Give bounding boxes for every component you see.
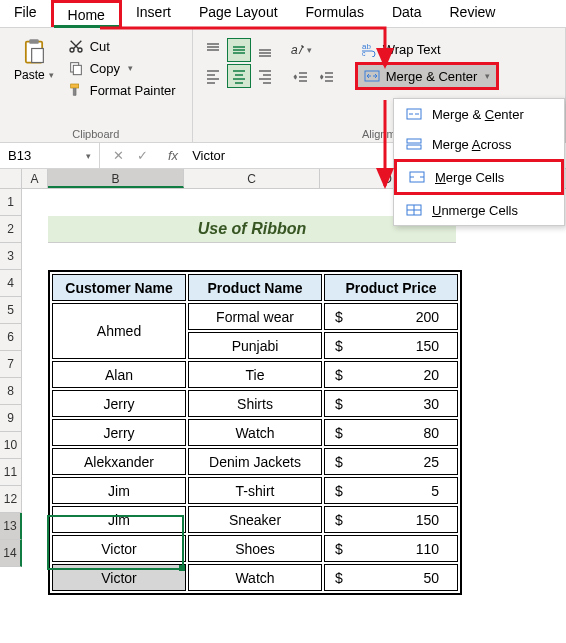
cancel-formula-button[interactable]: ✕ bbox=[106, 148, 130, 163]
cell-product[interactable]: Formal wear bbox=[188, 303, 322, 330]
row-header-10[interactable]: 10 bbox=[0, 432, 22, 459]
cell-price[interactable]: $80 bbox=[324, 419, 458, 446]
cell-customer[interactable]: Jim bbox=[52, 477, 186, 504]
col-header-b[interactable]: B bbox=[48, 169, 184, 188]
merge-center-button[interactable]: Merge & Center ▾ bbox=[355, 62, 500, 90]
cell-product[interactable]: Sneaker bbox=[188, 506, 322, 533]
row-header-8[interactable]: 8 bbox=[0, 378, 22, 405]
align-right-button[interactable] bbox=[253, 64, 277, 88]
table-row[interactable]: JimSneaker$150 bbox=[52, 506, 458, 533]
cell-customer[interactable]: Jerry bbox=[52, 390, 186, 417]
format-painter-label: Format Painter bbox=[90, 83, 176, 98]
cell-price[interactable]: $20 bbox=[324, 361, 458, 388]
row-header-11[interactable]: 11 bbox=[0, 459, 22, 486]
menu-review[interactable]: Review bbox=[436, 0, 510, 27]
cell-customer[interactable]: Victor bbox=[52, 535, 186, 562]
row-header-12[interactable]: 12 bbox=[0, 486, 22, 513]
merge-cells-item[interactable]: Merge Cells bbox=[394, 159, 564, 195]
copy-icon bbox=[68, 60, 84, 76]
row-header-3[interactable]: 3 bbox=[0, 243, 22, 270]
cell-product[interactable]: Watch bbox=[188, 564, 322, 591]
cell-product[interactable]: Denim Jackets bbox=[188, 448, 322, 475]
format-painter-button[interactable]: Format Painter bbox=[64, 80, 180, 100]
cell-price[interactable]: $30 bbox=[324, 390, 458, 417]
cell-customer[interactable]: Jim bbox=[52, 506, 186, 533]
orientation-button[interactable]: a▾ bbox=[289, 38, 313, 62]
cell-product[interactable]: Watch bbox=[188, 419, 322, 446]
align-bottom-button[interactable] bbox=[253, 38, 277, 62]
cell-product[interactable]: Tie bbox=[188, 361, 322, 388]
cut-button[interactable]: Cut bbox=[64, 36, 180, 56]
align-center-button[interactable] bbox=[227, 64, 251, 88]
paste-button[interactable]: Paste▾ bbox=[8, 32, 60, 104]
chevron-down-icon[interactable]: ▾ bbox=[86, 151, 91, 161]
table-row[interactable]: VictorShoes$110 bbox=[52, 535, 458, 562]
table-row[interactable]: JerryShirts$30 bbox=[52, 390, 458, 417]
cell-price[interactable]: $150 bbox=[324, 332, 458, 359]
header-customer[interactable]: Customer Name bbox=[52, 274, 186, 301]
chevron-down-icon[interactable]: ▾ bbox=[485, 71, 490, 81]
cell-price[interactable]: $200 bbox=[324, 303, 458, 330]
menu-insert[interactable]: Insert bbox=[122, 0, 185, 27]
unmerge-cells-label: Unmerge Cells bbox=[432, 203, 518, 218]
name-box[interactable]: B13 ▾ bbox=[0, 143, 100, 168]
wrap-text-button[interactable]: abc Wrap Text bbox=[355, 38, 500, 60]
cell-price[interactable]: $50 bbox=[324, 564, 458, 591]
chevron-down-icon[interactable]: ▾ bbox=[49, 70, 54, 80]
row-header-4[interactable]: 4 bbox=[0, 270, 22, 297]
align-top-button[interactable] bbox=[201, 38, 225, 62]
row-header-1[interactable]: 1 bbox=[0, 189, 22, 216]
cell-customer[interactable]: Ahmed bbox=[52, 303, 186, 359]
cell-product[interactable]: Shirts bbox=[188, 390, 322, 417]
row-header-2[interactable]: 2 bbox=[0, 216, 22, 243]
cell-price[interactable]: $25 bbox=[324, 448, 458, 475]
cells-area[interactable]: Use of Ribbon Customer Name Product Name… bbox=[22, 189, 566, 567]
svg-text:c: c bbox=[362, 50, 366, 57]
menu-formulas[interactable]: Formulas bbox=[292, 0, 378, 27]
row-header-7[interactable]: 7 bbox=[0, 351, 22, 378]
merge-across-item[interactable]: Merge Across bbox=[394, 129, 564, 159]
cell-price[interactable]: $5 bbox=[324, 477, 458, 504]
svg-text:a: a bbox=[291, 43, 298, 57]
table-row[interactable]: JimT-shirt$5 bbox=[52, 477, 458, 504]
table-row[interactable]: VictorWatch$50 bbox=[52, 564, 458, 591]
cell-price[interactable]: $150 bbox=[324, 506, 458, 533]
header-product[interactable]: Product Name bbox=[188, 274, 322, 301]
cell-product[interactable]: T-shirt bbox=[188, 477, 322, 504]
row-header-5[interactable]: 5 bbox=[0, 297, 22, 324]
col-header-a[interactable]: A bbox=[22, 169, 48, 188]
align-middle-button[interactable] bbox=[227, 38, 251, 62]
decrease-indent-button[interactable] bbox=[289, 66, 313, 90]
cell-price[interactable]: $110 bbox=[324, 535, 458, 562]
row-header-6[interactable]: 6 bbox=[0, 324, 22, 351]
increase-indent-button[interactable] bbox=[315, 66, 339, 90]
header-price[interactable]: Product Price bbox=[324, 274, 458, 301]
cell-customer[interactable]: Alekxander bbox=[52, 448, 186, 475]
cell-customer[interactable]: Alan bbox=[52, 361, 186, 388]
chevron-down-icon[interactable]: ▾ bbox=[128, 63, 133, 73]
cell-product[interactable]: Shoes bbox=[188, 535, 322, 562]
row-header-13[interactable]: 13 bbox=[0, 513, 22, 540]
copy-button[interactable]: Copy▾ bbox=[64, 58, 180, 78]
unmerge-cells-item[interactable]: Unmerge Cells bbox=[394, 195, 564, 225]
menu-file[interactable]: File bbox=[0, 0, 51, 27]
table-row[interactable]: AhmedFormal wear$200 bbox=[52, 303, 458, 330]
menu-data[interactable]: Data bbox=[378, 0, 436, 27]
svg-rect-1 bbox=[29, 39, 38, 44]
merge-and-center-item[interactable]: Merge & Center bbox=[394, 99, 564, 129]
cell-customer[interactable]: Jerry bbox=[52, 419, 186, 446]
fx-icon[interactable]: fx bbox=[160, 148, 186, 163]
row-header-9[interactable]: 9 bbox=[0, 405, 22, 432]
table-row[interactable]: AlanTie$20 bbox=[52, 361, 458, 388]
select-all-corner[interactable] bbox=[0, 169, 22, 188]
align-left-button[interactable] bbox=[201, 64, 225, 88]
accept-formula-button[interactable]: ✓ bbox=[130, 148, 154, 163]
table-row[interactable]: JerryWatch$80 bbox=[52, 419, 458, 446]
menu-home[interactable]: Home bbox=[51, 0, 122, 27]
cell-customer[interactable]: Victor bbox=[52, 564, 186, 591]
cell-product[interactable]: Punjabi bbox=[188, 332, 322, 359]
row-header-14[interactable]: 14 bbox=[0, 540, 22, 567]
col-header-c[interactable]: C bbox=[184, 169, 320, 188]
table-row[interactable]: AlekxanderDenim Jackets$25 bbox=[52, 448, 458, 475]
menu-page-layout[interactable]: Page Layout bbox=[185, 0, 292, 27]
